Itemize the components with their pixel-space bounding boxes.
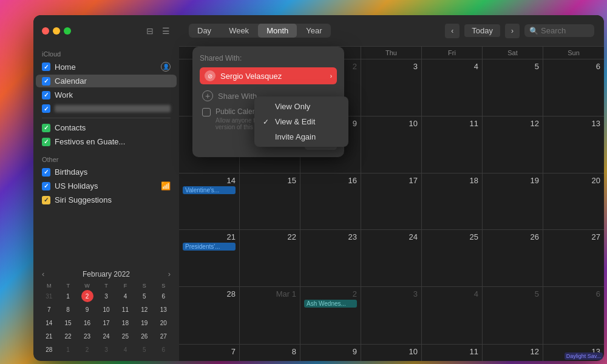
mini-cal-day[interactable]: 3 [100, 290, 112, 302]
cal-cell[interactable]: 26 [483, 230, 543, 286]
valentines-event[interactable]: Valentine's... [183, 186, 236, 194]
mini-cal-day[interactable]: 12 [138, 303, 151, 315]
cal-cell[interactable]: 12 [483, 116, 543, 173]
context-menu-invite-again[interactable]: Invite Again [254, 129, 348, 144]
cal-cell[interactable]: 25 [422, 230, 483, 286]
mini-cal-day[interactable]: 1 [62, 290, 74, 302]
cal-cell[interactable]: 11 [422, 345, 483, 361]
birthdays-checkbox[interactable]: ✓ [42, 168, 50, 177]
cal-cell[interactable]: 4 [422, 287, 483, 344]
tab-day[interactable]: Day [189, 24, 220, 38]
cal-cell[interactable]: 10 [361, 116, 422, 173]
cal-cell[interactable]: 6 [543, 59, 604, 116]
mini-cal-day[interactable]: 18 [119, 317, 131, 329]
mini-cal-day[interactable]: 6 [157, 343, 169, 356]
calendar-checkbox[interactable]: ✓ [42, 77, 50, 86]
mini-cal-day[interactable]: 10 [100, 303, 112, 315]
us-holidays-checkbox[interactable]: ✓ [42, 182, 50, 190]
sidebar-item-contacts[interactable]: ✓ Contacts [36, 121, 177, 134]
cal-cell[interactable]: 6 [543, 287, 604, 344]
mini-cal-day[interactable]: 20 [157, 317, 169, 329]
today-button[interactable]: Today [464, 24, 500, 37]
tab-week[interactable]: Week [220, 24, 257, 38]
mini-cal-day[interactable]: 6 [157, 290, 169, 302]
mini-cal-day[interactable]: 22 [62, 330, 74, 342]
cal-cell[interactable]: 28 [179, 287, 240, 344]
tab-year[interactable]: Year [297, 24, 330, 38]
home-checkbox[interactable]: ✓ [42, 62, 50, 71]
cal-cell[interactable]: 13 [543, 116, 604, 173]
mini-cal-day[interactable]: 14 [43, 317, 55, 329]
sidebar-item-work[interactable]: ✓ Work [36, 89, 177, 101]
mini-cal-day[interactable]: 16 [81, 317, 93, 329]
cal-cell[interactable]: 5 [483, 59, 543, 116]
sidebar-item-us-holidays[interactable]: ✓ US Holidays 📶 [36, 180, 177, 192]
mini-cal-day[interactable]: 31 [43, 290, 55, 302]
mini-cal-day[interactable]: 28 [43, 343, 55, 356]
mini-cal-next[interactable]: › [166, 268, 173, 280]
mini-cal-day[interactable]: 11 [119, 303, 131, 315]
mini-cal-day[interactable]: 15 [62, 317, 74, 329]
mini-cal-day[interactable]: 1 [62, 343, 74, 356]
festivos-checkbox[interactable]: ✓ [42, 138, 50, 146]
cal-cell-14[interactable]: 14 Valentine's... [179, 174, 240, 230]
mini-cal-day[interactable]: 2 [81, 343, 93, 356]
cal-cell[interactable]: 23 [300, 230, 361, 286]
cal-cell-ash[interactable]: 2 Ash Wednes... [300, 287, 361, 344]
presidents-event[interactable]: Presidents'... [183, 243, 236, 251]
context-menu-view-only[interactable]: View Only [254, 99, 348, 114]
cal-cell[interactable]: 12 [483, 345, 543, 361]
mini-cal-day[interactable]: 27 [157, 330, 169, 342]
mini-cal-day[interactable]: 19 [138, 317, 151, 329]
cal-cell[interactable]: Mar 1 [240, 287, 300, 344]
mini-cal-day[interactable]: 26 [138, 330, 151, 342]
mini-cal-day[interactable]: 4 [119, 290, 131, 302]
mini-cal-day[interactable]: 5 [138, 343, 151, 356]
maximize-button[interactable] [64, 27, 71, 35]
tab-month[interactable]: Month [258, 24, 297, 38]
cal-cell[interactable]: 20 [543, 174, 604, 230]
mini-cal-day[interactable]: 25 [119, 330, 131, 342]
search-input[interactable] [541, 26, 589, 35]
cal-cell[interactable]: 10 [361, 345, 422, 361]
cal-cell[interactable]: 22 [240, 230, 300, 286]
sidebar-item-birthdays[interactable]: ✓ Birthdays [36, 166, 177, 178]
cal-cell[interactable]: 5 [483, 287, 543, 344]
cal-cell[interactable]: 11 [422, 116, 483, 173]
mini-cal-day[interactable]: 8 [62, 303, 74, 315]
mini-cal-today[interactable]: 2 [81, 290, 93, 302]
cal-cell[interactable]: 7 [179, 345, 240, 361]
cal-cell[interactable]: 9 [300, 345, 361, 361]
mini-cal-day[interactable]: 4 [119, 343, 131, 356]
mini-cal-day[interactable]: 7 [43, 303, 55, 315]
sidebar-item-calendar[interactable]: ✓ Calendar [36, 75, 177, 87]
cal-cell[interactable]: 24 [361, 230, 422, 286]
next-month-button[interactable]: › [505, 24, 520, 38]
sidebar-item-blurred[interactable]: ✓ [36, 103, 177, 115]
prev-month-button[interactable]: ‹ [445, 24, 459, 38]
cal-cell[interactable]: 17 [361, 174, 422, 230]
siri-checkbox[interactable]: ✓ [42, 196, 50, 204]
cal-cell[interactable]: 27 [543, 230, 604, 286]
mini-cal-day[interactable]: 3 [100, 343, 112, 356]
cal-cell[interactable]: 15 [240, 174, 300, 230]
mini-cal-day[interactable]: 17 [100, 317, 112, 329]
shared-user-row[interactable]: ⊘ Sergio Velasquez › [200, 67, 337, 84]
cal-cell[interactable]: 4 [422, 59, 483, 116]
mini-cal-day[interactable]: 9 [81, 303, 93, 315]
mini-cal-day[interactable]: 21 [43, 330, 55, 342]
mini-cal-day[interactable]: 13 [157, 303, 169, 315]
ash-wednesday-event[interactable]: Ash Wednes... [304, 300, 357, 308]
cal-cell[interactable]: 16 [300, 174, 361, 230]
mini-cal-day[interactable]: 5 [138, 290, 151, 302]
sidebar-item-festivos[interactable]: ✓ Festivos en Guate... [36, 135, 177, 148]
cal-cell-13[interactable]: 13 Daylight Sav... [543, 345, 604, 361]
cal-cell[interactable]: 8 [240, 345, 300, 361]
cal-cell[interactable]: 18 [422, 174, 483, 230]
close-button[interactable] [42, 27, 49, 35]
cal-cell[interactable]: 3 [361, 287, 422, 344]
mini-cal-prev[interactable]: ‹ [39, 268, 47, 280]
contacts-checkbox[interactable]: ✓ [42, 124, 50, 132]
work-checkbox[interactable]: ✓ [42, 91, 50, 99]
mini-cal-day[interactable]: 23 [81, 330, 93, 342]
